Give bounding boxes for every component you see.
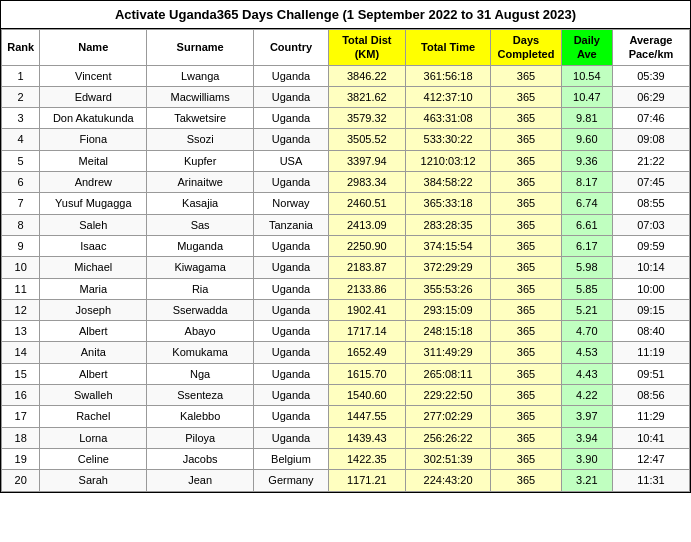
table-cell: 3.94 xyxy=(561,427,612,448)
header-days: Days Completed xyxy=(491,30,561,66)
table-row: 2EdwardMacwilliamsUganda3821.62412:37:10… xyxy=(2,86,690,107)
table-cell: Uganda xyxy=(254,129,329,150)
table-cell: 1422.35 xyxy=(328,448,405,469)
table-row: 20SarahJeanGermany1171.21224:43:203653.2… xyxy=(2,470,690,491)
table-cell: 365:33:18 xyxy=(405,193,490,214)
table-cell: 08:40 xyxy=(612,321,689,342)
table-cell: Yusuf Mugagga xyxy=(40,193,147,214)
table-cell: 10 xyxy=(2,257,40,278)
table-cell: 18 xyxy=(2,427,40,448)
table-cell: 9.36 xyxy=(561,150,612,171)
table-cell: 3397.94 xyxy=(328,150,405,171)
table-cell: Saleh xyxy=(40,214,147,235)
header-rank: Rank xyxy=(2,30,40,66)
table-cell: 311:49:29 xyxy=(405,342,490,363)
table-cell: Macwilliams xyxy=(147,86,254,107)
table-cell: 1615.70 xyxy=(328,363,405,384)
table-cell: 365 xyxy=(491,427,561,448)
table-cell: 224:43:20 xyxy=(405,470,490,491)
page-title: Activate Uganda365 Days Challenge (1 Sep… xyxy=(1,1,690,29)
table-cell: Edward xyxy=(40,86,147,107)
table-cell: Komukama xyxy=(147,342,254,363)
table-cell: Uganda xyxy=(254,406,329,427)
table-cell: 9.81 xyxy=(561,108,612,129)
table-cell: Maria xyxy=(40,278,147,299)
table-cell: 256:26:22 xyxy=(405,427,490,448)
table-cell: 1540.60 xyxy=(328,385,405,406)
table-cell: Kiwagama xyxy=(147,257,254,278)
table-cell: Kupfer xyxy=(147,150,254,171)
table-cell: 365 xyxy=(491,448,561,469)
table-cell: 1171.21 xyxy=(328,470,405,491)
table-cell: 365 xyxy=(491,150,561,171)
table-cell: 229:22:50 xyxy=(405,385,490,406)
table-cell: 21:22 xyxy=(612,150,689,171)
table-cell: Uganda xyxy=(254,235,329,256)
table-cell: Uganda xyxy=(254,363,329,384)
table-row: 8SalehSasTanzania2413.09283:28:353656.61… xyxy=(2,214,690,235)
table-cell: 365 xyxy=(491,385,561,406)
table-cell: 365 xyxy=(491,214,561,235)
table-cell: Uganda xyxy=(254,299,329,320)
table-cell: Uganda xyxy=(254,86,329,107)
table-cell: 265:08:11 xyxy=(405,363,490,384)
table-row: 18LornaPiloyaUganda1439.43256:26:223653.… xyxy=(2,427,690,448)
table-cell: 7 xyxy=(2,193,40,214)
results-table: Rank Name Surname Country Total Dist (KM… xyxy=(1,29,690,492)
table-cell: 374:15:54 xyxy=(405,235,490,256)
table-cell: 533:30:22 xyxy=(405,129,490,150)
table-cell: Fiona xyxy=(40,129,147,150)
table-cell: Lwanga xyxy=(147,65,254,86)
table-cell: 3.21 xyxy=(561,470,612,491)
table-cell: 1652.49 xyxy=(328,342,405,363)
table-cell: 8 xyxy=(2,214,40,235)
table-cell: 10:14 xyxy=(612,257,689,278)
table-cell: 3.97 xyxy=(561,406,612,427)
table-cell: 20 xyxy=(2,470,40,491)
header-country: Country xyxy=(254,30,329,66)
table-cell: 3505.52 xyxy=(328,129,405,150)
table-cell: 365 xyxy=(491,86,561,107)
header-time: Total Time xyxy=(405,30,490,66)
table-cell: Michael xyxy=(40,257,147,278)
table-cell: 08:55 xyxy=(612,193,689,214)
table-cell: 365 xyxy=(491,129,561,150)
table-cell: 302:51:39 xyxy=(405,448,490,469)
table-row: 10MichaelKiwagamaUganda2183.87372:29:293… xyxy=(2,257,690,278)
table-cell: Don Akatukunda xyxy=(40,108,147,129)
table-cell: 1439.43 xyxy=(328,427,405,448)
table-cell: 08:56 xyxy=(612,385,689,406)
table-cell: 2460.51 xyxy=(328,193,405,214)
table-cell: 412:37:10 xyxy=(405,86,490,107)
table-cell: 3.90 xyxy=(561,448,612,469)
table-cell: 248:15:18 xyxy=(405,321,490,342)
table-cell: 384:58:22 xyxy=(405,172,490,193)
table-cell: 5 xyxy=(2,150,40,171)
table-cell: 3821.62 xyxy=(328,86,405,107)
table-cell: Uganda xyxy=(254,342,329,363)
table-cell: Albert xyxy=(40,321,147,342)
table-cell: Sserwadda xyxy=(147,299,254,320)
table-cell: 365 xyxy=(491,172,561,193)
table-cell: Muganda xyxy=(147,235,254,256)
table-cell: 07:03 xyxy=(612,214,689,235)
table-cell: Uganda xyxy=(254,385,329,406)
table-cell: 3 xyxy=(2,108,40,129)
table-cell: 293:15:09 xyxy=(405,299,490,320)
table-cell: 9 xyxy=(2,235,40,256)
table-cell: Piloya xyxy=(147,427,254,448)
table-cell: 6.17 xyxy=(561,235,612,256)
table-cell: Isaac xyxy=(40,235,147,256)
table-cell: 372:29:29 xyxy=(405,257,490,278)
table-cell: 07:45 xyxy=(612,172,689,193)
table-cell: 365 xyxy=(491,193,561,214)
table-cell: Takwetsire xyxy=(147,108,254,129)
table-cell: 05:39 xyxy=(612,65,689,86)
table-cell: 9.60 xyxy=(561,129,612,150)
table-cell: Uganda xyxy=(254,321,329,342)
table-cell: Meital xyxy=(40,150,147,171)
table-cell: 2133.86 xyxy=(328,278,405,299)
table-cell: 11:31 xyxy=(612,470,689,491)
table-cell: Sarah xyxy=(40,470,147,491)
table-cell: 2250.90 xyxy=(328,235,405,256)
